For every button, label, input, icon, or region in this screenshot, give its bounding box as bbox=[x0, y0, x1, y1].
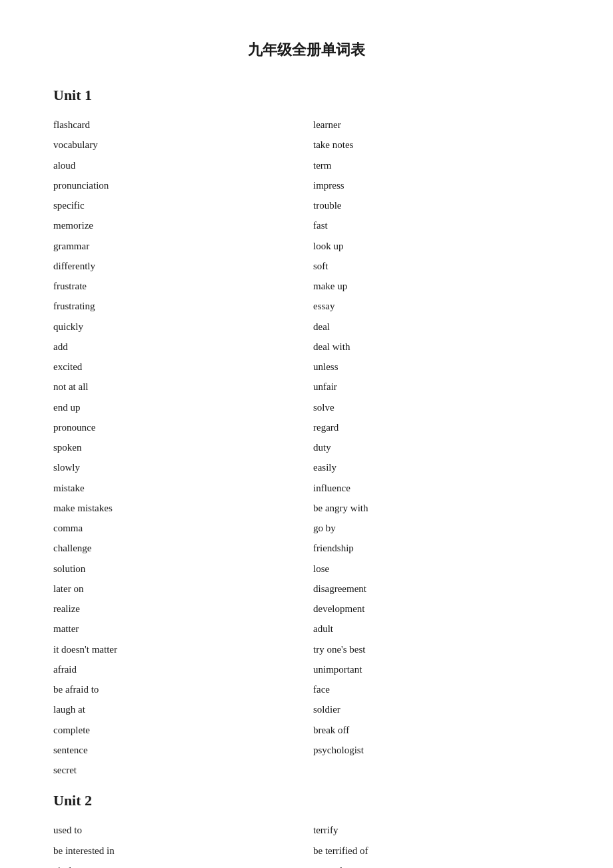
unit-title-unit2: Unit 2 bbox=[53, 792, 560, 809]
list-item: excited bbox=[53, 358, 300, 375]
list-item: frustrate bbox=[53, 277, 300, 295]
list-item: aloud bbox=[53, 157, 300, 174]
list-item: frustrating bbox=[53, 297, 300, 315]
list-item: pronounce bbox=[53, 419, 300, 436]
list-item: solve bbox=[313, 399, 560, 416]
list-item: make mistakes bbox=[53, 499, 300, 517]
list-item: memorize bbox=[53, 217, 300, 234]
page-title: 九年级全册单词表 bbox=[53, 40, 560, 60]
list-item: grammar bbox=[53, 237, 300, 255]
list-item: end up bbox=[53, 399, 300, 416]
list-item: try one's best bbox=[313, 641, 560, 658]
word-grid-unit2: used toterrifybe interested inbe terrifi… bbox=[53, 821, 560, 868]
list-item: look up bbox=[313, 237, 560, 255]
list-item: vocabulary bbox=[53, 136, 300, 153]
list-item: matter bbox=[53, 620, 300, 637]
list-item: psychologist bbox=[313, 741, 560, 759]
list-item: be afraid to bbox=[53, 681, 300, 698]
list-item: go by bbox=[313, 519, 560, 537]
list-item: deal with bbox=[313, 338, 560, 355]
list-item: unimportant bbox=[313, 661, 560, 678]
list-item: lose bbox=[313, 560, 560, 577]
list-item: be angry with bbox=[313, 499, 560, 517]
list-item: duty bbox=[313, 439, 560, 456]
list-item: fast bbox=[313, 217, 560, 234]
list-item: regard bbox=[313, 419, 560, 436]
list-item: take notes bbox=[313, 136, 560, 153]
list-item: learner bbox=[313, 116, 560, 133]
list-item: trouble bbox=[313, 197, 560, 214]
list-item: adult bbox=[313, 620, 560, 637]
list-item: spoken bbox=[53, 439, 300, 456]
list-item: not at all bbox=[53, 378, 300, 395]
list-item: solution bbox=[53, 560, 300, 577]
list-item bbox=[313, 761, 560, 779]
list-item: differently bbox=[53, 257, 300, 275]
list-item: essay bbox=[313, 297, 560, 315]
units-container: Unit 1flashcardlearnervocabularytake not… bbox=[53, 87, 560, 868]
list-item: soldier bbox=[313, 701, 560, 718]
list-item: complete bbox=[53, 721, 300, 739]
list-item: laugh at bbox=[53, 701, 300, 718]
list-item: sentence bbox=[53, 741, 300, 759]
list-item: soft bbox=[313, 257, 560, 275]
list-item: add bbox=[53, 338, 300, 355]
list-item: challenge bbox=[53, 539, 300, 557]
list-item: later on bbox=[53, 580, 300, 597]
list-item: mistake bbox=[53, 479, 300, 497]
list-item: be interested in bbox=[53, 842, 300, 859]
list-item: make up bbox=[313, 277, 560, 295]
list-item: deal bbox=[313, 318, 560, 335]
list-item: specific bbox=[53, 197, 300, 214]
list-item: disagreement bbox=[313, 580, 560, 597]
list-item: slowly bbox=[53, 459, 300, 476]
list-item: flashcard bbox=[53, 116, 300, 133]
list-item: development bbox=[313, 600, 560, 617]
list-item: airplane bbox=[53, 862, 300, 868]
list-item: break off bbox=[313, 721, 560, 739]
list-item: unfair bbox=[313, 378, 560, 395]
list-item: terrify bbox=[313, 821, 560, 839]
list-item: face bbox=[313, 681, 560, 698]
list-item: pronunciation bbox=[53, 177, 300, 194]
list-item: impress bbox=[313, 177, 560, 194]
list-item: be terrified of bbox=[313, 842, 560, 859]
list-item: influence bbox=[313, 479, 560, 497]
list-item: term bbox=[313, 157, 560, 174]
unit-title-unit1: Unit 1 bbox=[53, 87, 560, 104]
list-item: go to sleep bbox=[313, 862, 560, 868]
list-item: used to bbox=[53, 821, 300, 839]
list-item: friendship bbox=[313, 539, 560, 557]
list-item: it doesn't matter bbox=[53, 641, 300, 658]
word-grid-unit1: flashcardlearnervocabularytake notesalou… bbox=[53, 116, 560, 779]
list-item: easily bbox=[313, 459, 560, 476]
list-item: comma bbox=[53, 519, 300, 537]
list-item: quickly bbox=[53, 318, 300, 335]
list-item: unless bbox=[313, 358, 560, 375]
list-item: afraid bbox=[53, 661, 300, 678]
list-item: secret bbox=[53, 761, 300, 779]
list-item: realize bbox=[53, 600, 300, 617]
